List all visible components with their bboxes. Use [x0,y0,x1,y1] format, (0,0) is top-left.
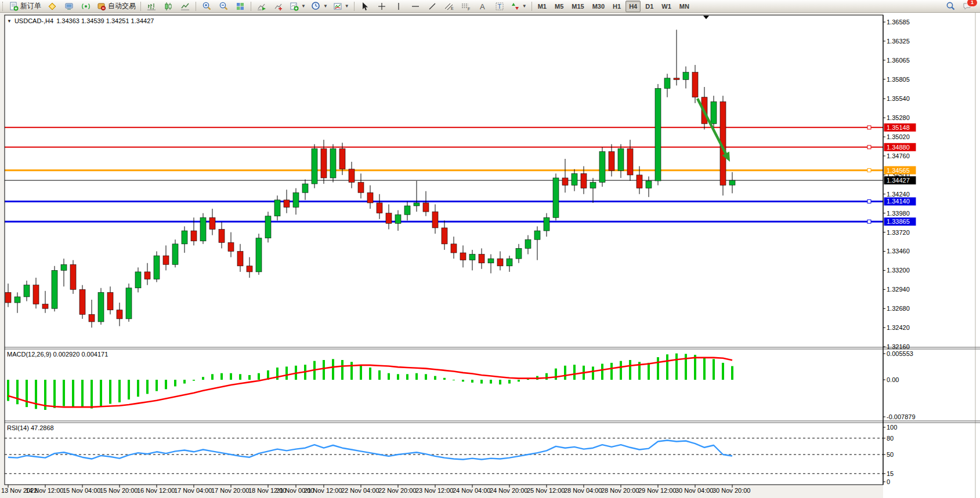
level-handle[interactable] [867,169,871,172]
toolbar-grip [2,2,5,11]
candlestick-mode-button[interactable] [160,0,176,13]
auto-trading-label: 自动交易 [108,1,136,11]
search-button[interactable] [942,0,959,13]
timeframe-M30[interactable]: M30 [589,1,608,12]
bull-candle [488,259,494,263]
bull-candle [98,292,104,322]
bear-candle [321,148,327,178]
bear-candle [219,230,225,243]
timeframe-D1[interactable]: D1 [642,1,657,12]
bear-candle [237,251,243,266]
text-label-tool-button[interactable]: T [491,0,508,13]
zoom-out-icon [219,1,229,11]
macd-histogram-bar [53,380,56,408]
macd-histogram-bar [443,378,446,380]
new-order-button[interactable]: 新订单 [7,0,44,13]
timeframe-M15[interactable]: M15 [568,1,587,12]
macd-histogram-bar [722,363,724,380]
cursor-tool-button[interactable] [357,0,373,13]
horizontal-line-tool-button[interactable] [407,0,424,13]
trendline-tool-button[interactable] [424,0,440,13]
macd-histogram-bar [480,380,483,383]
macd-histogram-bar [81,380,84,408]
bull-candle [599,151,605,182]
line-chart-mode-button[interactable] [177,0,193,13]
timeframe-MN[interactable]: MN [676,1,693,12]
bear-candle [377,203,382,213]
search-icon [946,1,956,11]
bull-candle [664,78,670,89]
macd-histogram-bar [72,380,74,406]
macd-histogram-bar [731,366,733,380]
macd-histogram-bar [63,380,65,406]
rsi-tick-label: 50 [887,451,894,458]
bear-candle [144,272,150,279]
terminal-icon [64,2,74,11]
bar-chart-mode-button[interactable] [143,0,160,13]
time-tick-label: 21 Nov 12:00 [304,487,342,494]
timeframe-bar: M1M5M15M30H1H4D1W1MN [534,1,693,12]
macd-histogram-bar [239,374,241,380]
market-watch-button[interactable] [44,0,60,13]
chart-shift-button[interactable] [270,0,287,13]
bull-candle [172,244,178,264]
macd-histogram-bar [202,377,204,380]
timeframe-H4[interactable]: H4 [625,1,641,12]
macd-histogram-bar [165,380,167,389]
terminal-button[interactable] [61,0,77,13]
chevron-down-icon: ▼ [522,3,527,9]
time-tick-label: 24 Nov 04:00 [453,487,490,494]
price-tick-label: 1.35020 [887,133,910,140]
macd-histogram-bar [564,366,566,380]
level-handle[interactable] [867,146,871,149]
text-icon: A [479,2,487,11]
bear-candle [609,151,614,170]
zoom-out-button[interactable] [215,0,232,13]
timeframe-M5[interactable]: M5 [551,1,567,12]
channel-tool-button[interactable]: E [441,0,457,13]
notifications-button[interactable]: 1 [959,0,975,13]
macd-histogram-bar [137,380,139,397]
signals-button[interactable] [78,0,94,13]
bear-candle [42,304,48,309]
macd-histogram-bar [415,373,418,380]
bull-candle [572,173,577,185]
tile-windows-button[interactable] [232,0,248,13]
timeframe-M1[interactable]: M1 [534,1,550,12]
auto-trading-button[interactable]: 自动交易 [95,0,138,13]
timeframe-W1[interactable]: W1 [658,1,675,12]
time-tick-label: 30 Nov 20:00 [713,487,750,494]
crosshair-tool-button[interactable] [374,0,390,13]
level-handle[interactable] [867,199,871,203]
periods-button[interactable]: ▼ [309,0,330,13]
level-handle[interactable] [867,220,871,223]
macd-histogram-bar [490,380,492,383]
level-handle[interactable] [867,126,871,129]
template-button[interactable]: ▼ [331,0,352,13]
chevron-down-icon: ▼ [323,3,328,9]
vertical-line-tool-button[interactable] [390,0,407,13]
symbol-dropdown-icon[interactable]: ▼ [7,19,12,24]
fibonacci-tool-button[interactable]: F [458,0,474,13]
arrows-tool-button[interactable]: ▼ [508,0,529,13]
bull-candle [516,248,522,259]
new-chart-button[interactable]: ▼ [287,0,308,13]
macd-histogram-bar [555,369,557,380]
text-tool-button[interactable]: A [475,0,491,13]
bear-candle [191,231,197,241]
macd-histogram-bar [620,361,622,380]
bear-candle [674,78,679,80]
zoom-in-button[interactable] [198,0,215,13]
level-price-text: 1.34565 [887,167,910,174]
bull-candle [61,264,67,270]
timeframe-H1[interactable]: H1 [609,1,624,12]
chart-area[interactable]: 1.365851.363251.360651.358051.355401.352… [0,0,980,498]
level-price-text: 1.34140 [887,198,910,205]
macd-histogram-bar [220,373,223,380]
bear-candle [432,212,438,228]
notification-badge: 1 [967,0,978,7]
rsi-tick-label: 80 [887,435,894,442]
macd-histogram-bar [156,380,158,391]
macd-histogram-bar [118,380,121,402]
strategy-test-button[interactable] [254,0,270,13]
